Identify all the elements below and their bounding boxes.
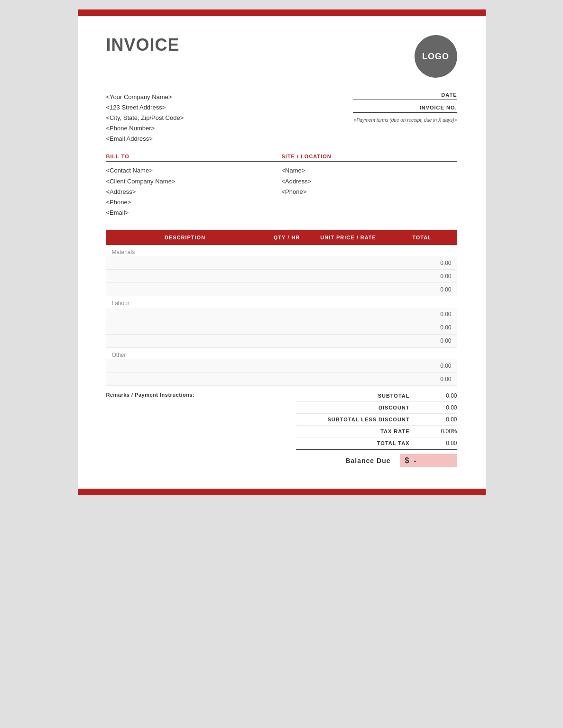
site-contact: <Name> <Address> <Phone> [282, 165, 457, 197]
subtotal-label: SUBTOTAL [296, 393, 410, 399]
table-row: 0.00 [106, 334, 457, 347]
bottom-section: Remarks / Payment Instructions: SUBTOTAL… [106, 386, 457, 470]
top-bar [78, 9, 486, 16]
balance-amount: - [414, 456, 416, 465]
invoice-page: INVOICE LOGO <Your Company Name> <123 St… [78, 9, 486, 495]
info-section: <Your Company Name> <123 Street Address>… [106, 92, 457, 144]
discount-row: DISCOUNT 0.00 [296, 402, 457, 414]
col-header-qty: QTY / HR [264, 230, 310, 245]
site-name: <Name> [282, 165, 457, 176]
invoice-table: DESCRIPTION QTY / HR UNIT PRICE / RATE T… [106, 230, 457, 386]
table-row: 0.00 [106, 308, 457, 321]
subtotal-less-discount-row: SUBTOTAL LESS DISCOUNT 0.00 [296, 414, 457, 426]
subtotal-less-discount-label: SUBTOTAL LESS DISCOUNT [296, 417, 410, 422]
tax-rate-label: TAX RATE [296, 428, 410, 434]
table-row: 0.00 [106, 373, 457, 386]
company-email: <Email Address> [106, 134, 184, 144]
header-section: INVOICE LOGO [106, 35, 457, 78]
category-other-label: Other [106, 347, 457, 359]
bill-company-name: <Client Company Name> [106, 176, 282, 187]
tax-rate-row: TAX RATE 0.00% [296, 426, 457, 437]
bill-to-contact: <Contact Name> <Client Company Name> <Ad… [106, 165, 282, 218]
subtotal-row: SUBTOTAL 0.00 [296, 390, 457, 402]
bottom-bar [78, 489, 486, 495]
balance-dollar: $ [405, 456, 409, 465]
total-tax-row: TOTAL TAX 0.00 [296, 437, 457, 449]
invoice-no-label: INVOICE NO. [353, 105, 457, 113]
table-row: 0.00 [106, 256, 457, 270]
site-location-section: SITE / LOCATION <Name> <Address> <Phone> [282, 154, 457, 218]
company-info: <Your Company Name> <123 Street Address>… [106, 92, 184, 144]
company-name: <Your Company Name> [106, 92, 184, 102]
logo: LOGO [415, 35, 457, 78]
site-location-label: SITE / LOCATION [282, 154, 457, 162]
category-labour: Labour [106, 296, 457, 308]
balance-due-row: Balance Due $ - [296, 449, 457, 470]
invoice-no-field-row: INVOICE NO. [353, 105, 457, 113]
category-labour-label: Labour [106, 296, 457, 308]
balance-due-value: $ - [400, 454, 457, 467]
category-materials: Materials [106, 245, 457, 256]
col-header-total: TOTAL [387, 230, 457, 245]
bill-address: <Address> [106, 187, 282, 197]
table-row: 0.00 [106, 359, 457, 373]
balance-due-label: Balance Due [296, 457, 391, 464]
bill-phone: <Phone> [106, 197, 282, 208]
date-field-row: DATE [353, 92, 457, 100]
date-label: DATE [353, 92, 457, 100]
table-row: 0.00 [106, 270, 457, 283]
category-other: Other [106, 347, 457, 359]
bill-site-section: BILL TO <Contact Name> <Client Company N… [106, 154, 457, 218]
site-phone: <Phone> [282, 187, 457, 197]
bill-to-section: BILL TO <Contact Name> <Client Company N… [106, 154, 282, 218]
tax-rate-value: 0.00% [419, 428, 457, 435]
table-row: 0.00 [106, 321, 457, 334]
bill-contact-name: <Contact Name> [106, 165, 282, 176]
invoice-title: INVOICE [106, 35, 180, 55]
category-materials-label: Materials [106, 245, 457, 256]
discount-label: DISCOUNT [296, 405, 410, 410]
total-tax-value: 0.00 [419, 440, 457, 446]
site-address: <Address> [282, 176, 457, 187]
payment-terms: <Payment terms (due on receipt, due in X… [353, 118, 457, 123]
col-header-unit-price: UNIT PRICE / RATE [310, 230, 387, 245]
subtotal-value: 0.00 [419, 392, 457, 399]
bill-email: <Email> [106, 208, 282, 218]
date-invoice-section: DATE INVOICE NO. <Payment terms (due on … [353, 92, 457, 123]
col-header-description: DESCRIPTION [106, 230, 264, 245]
subtotal-less-discount-value: 0.00 [419, 416, 457, 423]
total-tax-label: TOTAL TAX [296, 440, 410, 446]
company-address2: <City, State, Zip/Post Code> [106, 113, 184, 123]
discount-value: 0.00 [419, 404, 457, 411]
company-phone: <Phone Number> [106, 123, 184, 134]
totals-table: SUBTOTAL 0.00 DISCOUNT 0.00 SUBTOTAL LES… [296, 390, 457, 470]
bill-to-label: BILL TO [106, 154, 282, 162]
remarks-label: Remarks / Payment Instructions: [106, 390, 296, 398]
company-address1: <123 Street Address> [106, 102, 184, 113]
table-row: 0.00 [106, 283, 457, 296]
